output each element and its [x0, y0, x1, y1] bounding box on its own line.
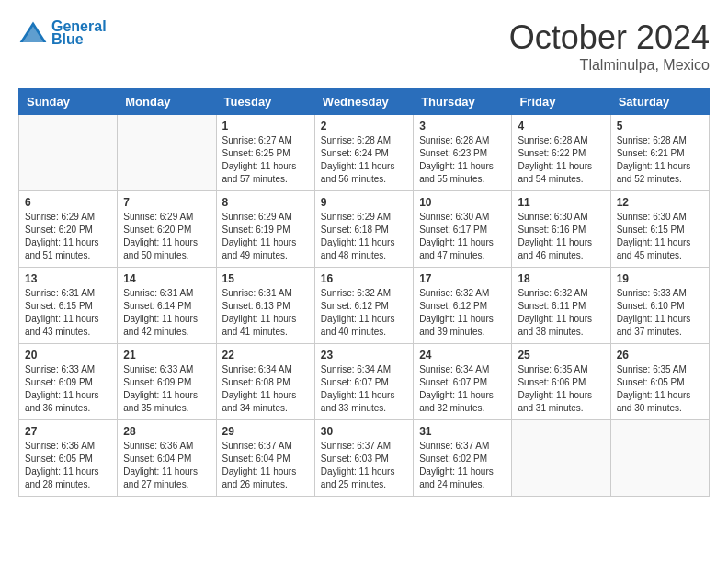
- day-cell: [610, 420, 709, 497]
- week-row-5: 27Sunrise: 6:36 AMSunset: 6:05 PMDayligh…: [19, 420, 710, 497]
- day-info: Sunrise: 6:28 AMSunset: 6:23 PMDaylight:…: [419, 134, 506, 186]
- day-cell: [512, 420, 610, 497]
- day-cell: [118, 115, 216, 191]
- location: Tlalminulpa, Mexico: [509, 57, 710, 74]
- day-info: Sunrise: 6:31 AMSunset: 6:14 PMDaylight:…: [123, 287, 210, 339]
- day-info: Sunrise: 6:28 AMSunset: 6:21 PMDaylight:…: [617, 134, 703, 186]
- day-cell: 11Sunrise: 6:30 AMSunset: 6:16 PMDayligh…: [512, 191, 610, 268]
- day-number: 1: [222, 120, 309, 132]
- day-cell: 22Sunrise: 6:34 AMSunset: 6:08 PMDayligh…: [216, 344, 314, 420]
- day-cell: 27Sunrise: 6:36 AMSunset: 6:05 PMDayligh…: [19, 420, 118, 497]
- day-cell: [19, 115, 118, 191]
- day-number: 9: [321, 196, 407, 209]
- day-cell: 26Sunrise: 6:35 AMSunset: 6:05 PMDayligh…: [610, 344, 709, 420]
- day-info: Sunrise: 6:33 AMSunset: 6:09 PMDaylight:…: [123, 363, 210, 415]
- day-number: 4: [518, 120, 604, 132]
- logo-text: General Blue: [51, 18, 107, 48]
- day-cell: 28Sunrise: 6:36 AMSunset: 6:04 PMDayligh…: [118, 420, 216, 497]
- weekday-header-sunday: Sunday: [19, 89, 118, 115]
- day-info: Sunrise: 6:32 AMSunset: 6:11 PMDaylight:…: [518, 287, 604, 339]
- week-row-2: 6Sunrise: 6:29 AMSunset: 6:20 PMDaylight…: [19, 191, 710, 268]
- day-info: Sunrise: 6:33 AMSunset: 6:10 PMDaylight:…: [617, 287, 703, 339]
- weekday-header-wednesday: Wednesday: [314, 89, 413, 115]
- week-row-3: 13Sunrise: 6:31 AMSunset: 6:15 PMDayligh…: [19, 268, 710, 344]
- day-number: 31: [419, 425, 506, 438]
- day-info: Sunrise: 6:29 AMSunset: 6:20 PMDaylight:…: [25, 211, 111, 262]
- weekday-header-monday: Monday: [118, 89, 216, 115]
- logo: General Blue: [18, 18, 107, 48]
- day-cell: 9Sunrise: 6:29 AMSunset: 6:18 PMDaylight…: [314, 191, 413, 268]
- day-cell: 23Sunrise: 6:34 AMSunset: 6:07 PMDayligh…: [314, 344, 413, 420]
- day-cell: 24Sunrise: 6:34 AMSunset: 6:07 PMDayligh…: [414, 344, 512, 420]
- day-info: Sunrise: 6:31 AMSunset: 6:13 PMDaylight:…: [222, 287, 309, 339]
- day-info: Sunrise: 6:37 AMSunset: 6:02 PMDaylight:…: [419, 440, 506, 491]
- day-cell: 6Sunrise: 6:29 AMSunset: 6:20 PMDaylight…: [19, 191, 118, 268]
- week-row-1: 1Sunrise: 6:27 AMSunset: 6:25 PMDaylight…: [19, 115, 710, 191]
- day-info: Sunrise: 6:27 AMSunset: 6:25 PMDaylight:…: [222, 134, 309, 186]
- day-cell: 10Sunrise: 6:30 AMSunset: 6:17 PMDayligh…: [414, 191, 512, 268]
- day-cell: 8Sunrise: 6:29 AMSunset: 6:19 PMDaylight…: [216, 191, 314, 268]
- day-number: 2: [321, 120, 407, 132]
- day-info: Sunrise: 6:34 AMSunset: 6:07 PMDaylight:…: [321, 363, 407, 415]
- day-cell: 4Sunrise: 6:28 AMSunset: 6:22 PMDaylight…: [512, 115, 610, 191]
- day-number: 18: [518, 272, 604, 285]
- day-info: Sunrise: 6:32 AMSunset: 6:12 PMDaylight:…: [419, 287, 506, 339]
- day-cell: 30Sunrise: 6:37 AMSunset: 6:03 PMDayligh…: [314, 420, 413, 497]
- day-number: 3: [419, 120, 506, 132]
- day-cell: 20Sunrise: 6:33 AMSunset: 6:09 PMDayligh…: [19, 344, 118, 420]
- day-cell: 16Sunrise: 6:32 AMSunset: 6:12 PMDayligh…: [314, 268, 413, 344]
- day-number: 24: [419, 349, 506, 362]
- day-number: 23: [321, 349, 407, 362]
- day-cell: 12Sunrise: 6:30 AMSunset: 6:15 PMDayligh…: [610, 191, 709, 268]
- day-number: 17: [419, 272, 506, 285]
- day-info: Sunrise: 6:36 AMSunset: 6:04 PMDaylight:…: [123, 440, 210, 491]
- day-info: Sunrise: 6:34 AMSunset: 6:07 PMDaylight:…: [419, 363, 506, 415]
- day-info: Sunrise: 6:37 AMSunset: 6:04 PMDaylight:…: [222, 440, 309, 491]
- logo-icon: [18, 20, 48, 46]
- day-cell: 13Sunrise: 6:31 AMSunset: 6:15 PMDayligh…: [19, 268, 118, 344]
- day-info: Sunrise: 6:35 AMSunset: 6:05 PMDaylight:…: [617, 363, 703, 415]
- day-info: Sunrise: 6:30 AMSunset: 6:17 PMDaylight:…: [419, 211, 506, 262]
- day-info: Sunrise: 6:29 AMSunset: 6:18 PMDaylight:…: [321, 211, 407, 262]
- day-info: Sunrise: 6:28 AMSunset: 6:24 PMDaylight:…: [321, 134, 407, 186]
- month-title: October 2024: [509, 18, 710, 57]
- day-number: 25: [518, 349, 604, 362]
- day-number: 8: [222, 196, 309, 209]
- day-number: 7: [123, 196, 210, 209]
- day-cell: 3Sunrise: 6:28 AMSunset: 6:23 PMDaylight…: [414, 115, 512, 191]
- weekday-header-thursday: Thursday: [414, 89, 512, 115]
- day-info: Sunrise: 6:28 AMSunset: 6:22 PMDaylight:…: [518, 134, 604, 186]
- day-number: 26: [617, 349, 703, 362]
- title-block: October 2024 Tlalminulpa, Mexico: [509, 18, 710, 74]
- day-info: Sunrise: 6:32 AMSunset: 6:12 PMDaylight:…: [321, 287, 407, 339]
- day-cell: 15Sunrise: 6:31 AMSunset: 6:13 PMDayligh…: [216, 268, 314, 344]
- week-row-4: 20Sunrise: 6:33 AMSunset: 6:09 PMDayligh…: [19, 344, 710, 420]
- day-info: Sunrise: 6:36 AMSunset: 6:05 PMDaylight:…: [25, 440, 111, 491]
- day-cell: 17Sunrise: 6:32 AMSunset: 6:12 PMDayligh…: [414, 268, 512, 344]
- day-number: 29: [222, 425, 309, 438]
- day-number: 6: [25, 196, 111, 209]
- day-info: Sunrise: 6:29 AMSunset: 6:19 PMDaylight:…: [222, 211, 309, 262]
- day-number: 20: [25, 349, 111, 362]
- weekday-header-row: SundayMondayTuesdayWednesdayThursdayFrid…: [19, 89, 710, 115]
- day-number: 16: [321, 272, 407, 285]
- day-number: 22: [222, 349, 309, 362]
- day-info: Sunrise: 6:34 AMSunset: 6:08 PMDaylight:…: [222, 363, 309, 415]
- page-header: General Blue October 2024 Tlalminulpa, M…: [18, 18, 710, 74]
- day-info: Sunrise: 6:30 AMSunset: 6:16 PMDaylight:…: [518, 211, 604, 262]
- day-number: 14: [123, 272, 210, 285]
- day-cell: 29Sunrise: 6:37 AMSunset: 6:04 PMDayligh…: [216, 420, 314, 497]
- day-info: Sunrise: 6:31 AMSunset: 6:15 PMDaylight:…: [25, 287, 111, 339]
- day-number: 5: [617, 120, 703, 132]
- weekday-header-tuesday: Tuesday: [216, 89, 314, 115]
- day-info: Sunrise: 6:37 AMSunset: 6:03 PMDaylight:…: [321, 440, 407, 491]
- day-number: 19: [617, 272, 703, 285]
- day-cell: 25Sunrise: 6:35 AMSunset: 6:06 PMDayligh…: [512, 344, 610, 420]
- day-number: 11: [518, 196, 604, 209]
- day-number: 12: [617, 196, 703, 209]
- day-number: 27: [25, 425, 111, 438]
- day-number: 15: [222, 272, 309, 285]
- day-cell: 31Sunrise: 6:37 AMSunset: 6:02 PMDayligh…: [414, 420, 512, 497]
- day-number: 10: [419, 196, 506, 209]
- calendar-table: SundayMondayTuesdayWednesdayThursdayFrid…: [18, 88, 710, 497]
